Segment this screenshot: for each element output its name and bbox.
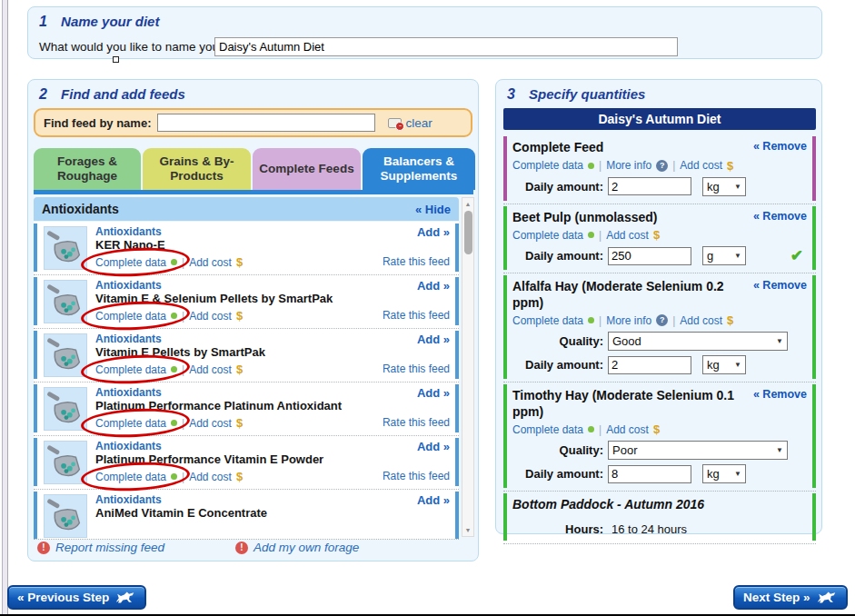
complete-data-link[interactable]: Complete data [95, 363, 166, 376]
clear-search-button[interactable]: clear [388, 116, 432, 130]
daily-amount-input[interactable] [608, 465, 691, 483]
group-title: Antioxidants [42, 202, 119, 216]
complete-data-link[interactable]: Complete data [95, 256, 166, 269]
remove-item-link[interactable]: « Remove [753, 388, 807, 401]
diet-item: Complete Feed « Remove Complete data | M… [503, 134, 816, 204]
daily-amount-input[interactable] [608, 247, 691, 265]
complete-data-link[interactable]: Complete data [512, 314, 583, 327]
rate-this-feed-link[interactable]: Rate this feed [383, 255, 450, 268]
feed-category-link[interactable]: Antioxidants [95, 493, 162, 506]
add-feed-link[interactable]: Add » [417, 333, 450, 346]
dollar-icon[interactable]: $ [236, 470, 243, 483]
diet-item-name: Bottom Paddock - Autumn 2016 [512, 497, 803, 513]
tab-grains-byproducts[interactable]: Grains & By-Products [143, 148, 251, 190]
complete-data-link[interactable]: Complete data [95, 417, 166, 430]
question-icon[interactable]: ? [656, 160, 668, 172]
link-divider: | [182, 471, 184, 483]
dollar-icon[interactable]: $ [236, 416, 243, 430]
data-status-dot-icon [171, 420, 177, 426]
tab-forages-roughage[interactable]: Forages & Roughage [34, 148, 141, 190]
data-status-dot-icon [588, 163, 594, 169]
rate-this-feed-link[interactable]: Rate this feed [383, 470, 450, 482]
complete-data-link[interactable]: Complete data [512, 423, 583, 436]
unit-value: kg [707, 358, 720, 372]
feed-thumbnail-scoop-icon [44, 280, 87, 323]
daily-amount-input[interactable] [608, 177, 691, 195]
scroll-up-icon[interactable]: ▲ [462, 199, 473, 209]
complete-data-link[interactable]: Complete data [512, 159, 583, 172]
remove-item-link[interactable]: « Remove [753, 210, 807, 223]
feed-name: AniMed Vitamin E Concentrate [95, 506, 401, 520]
feed-list-footer: ! Report missing feed ! Add my own forag… [28, 541, 478, 561]
complete-data-link[interactable]: Complete data [512, 229, 583, 242]
add-cost-link[interactable]: Add cost [189, 471, 232, 483]
add-feed-link[interactable]: Add » [417, 493, 450, 507]
add-cost-link[interactable]: Add cost [606, 229, 649, 242]
search-label: Find feed by name: [44, 116, 151, 130]
link-divider: | [599, 159, 601, 172]
rate-this-feed-link[interactable]: Rate this feed [383, 416, 450, 429]
feed-search-input[interactable] [157, 114, 375, 132]
feed-category-link[interactable]: Antioxidants [95, 225, 162, 238]
remove-item-link[interactable]: « Remove [753, 279, 807, 292]
step3-title: Specify quantities [529, 86, 645, 102]
diet-name-input[interactable] [214, 37, 678, 56]
next-step-button[interactable]: Next Step » [733, 585, 848, 610]
question-icon[interactable]: ? [656, 314, 668, 326]
dollar-icon[interactable]: $ [727, 159, 733, 173]
unit-select[interactable]: kg ▼ [702, 355, 746, 374]
add-cost-link[interactable]: Add cost [189, 256, 232, 269]
unit-select[interactable]: kg ▼ [702, 177, 746, 196]
tab-balancers-supplements[interactable]: Balancers & Supplements [363, 148, 475, 190]
hide-group-link[interactable]: « Hide [415, 203, 451, 216]
add-cost-link[interactable]: Add cost [189, 310, 232, 323]
scroll-down-icon[interactable]: ▼ [462, 525, 473, 535]
feed-category-link[interactable]: Antioxidants [95, 279, 162, 292]
dollar-icon[interactable]: $ [653, 228, 660, 242]
feed-list-scrollbar[interactable]: ▲ ▼ [462, 197, 474, 537]
feed-thumbnail-scoop-icon [44, 226, 87, 270]
add-my-own-forage-link[interactable]: ! Add my own forage [235, 541, 359, 554]
daily-amount-input[interactable] [608, 356, 691, 374]
feed-category-link[interactable]: Antioxidants [95, 386, 162, 399]
add-cost-link[interactable]: Add cost [680, 159, 722, 172]
rate-this-feed-link[interactable]: Rate this feed [383, 309, 450, 322]
dollar-icon[interactable]: $ [236, 255, 243, 269]
feed-category-link[interactable]: Antioxidants [95, 440, 162, 452]
quality-select[interactable]: Good ▼ [608, 332, 788, 351]
unit-select[interactable]: g ▼ [702, 246, 746, 265]
data-status-dot-icon [588, 426, 594, 432]
add-cost-link[interactable]: Add cost [606, 423, 649, 436]
add-cost-link[interactable]: Add cost [189, 363, 232, 376]
add-feed-link[interactable]: Add » [417, 386, 450, 400]
previous-step-button[interactable]: « Previous Step [7, 585, 146, 610]
dollar-icon[interactable]: $ [236, 363, 243, 376]
unit-value: kg [707, 180, 720, 194]
scrollbar-thumb[interactable] [464, 211, 472, 254]
dollar-icon[interactable]: $ [727, 313, 733, 327]
feed-category-tabs: Forages & Roughage Grains & By-Products … [34, 148, 475, 190]
add-feed-link[interactable]: Add » [417, 440, 450, 453]
data-status-dot-icon [171, 313, 177, 319]
add-cost-link[interactable]: Add cost [189, 417, 232, 430]
dollar-icon[interactable]: $ [236, 309, 243, 323]
dollar-icon[interactable]: $ [653, 422, 660, 436]
quality-select[interactable]: Poor ▼ [608, 441, 788, 460]
unit-select[interactable]: kg ▼ [702, 464, 746, 483]
more-info-link[interactable]: More info [606, 314, 651, 327]
quality-label: Quality: [512, 443, 603, 457]
tab-complete-feeds[interactable]: Complete Feeds [253, 148, 361, 190]
valid-check-icon: ✔ [790, 246, 803, 265]
remove-item-link[interactable]: « Remove [753, 140, 807, 153]
feed-category-link[interactable]: Antioxidants [95, 333, 162, 345]
more-info-link[interactable]: More info [606, 159, 651, 172]
complete-data-link[interactable]: Complete data [95, 471, 166, 483]
daily-amount-label: Daily amount: [512, 249, 603, 263]
rate-this-feed-link[interactable]: Rate this feed [383, 363, 450, 375]
add-feed-link[interactable]: Add » [417, 279, 450, 293]
complete-data-link[interactable]: Complete data [95, 310, 166, 323]
add-cost-link[interactable]: Add cost [680, 314, 722, 327]
add-feed-link[interactable]: Add » [417, 225, 450, 239]
link-divider: | [599, 423, 601, 436]
report-missing-feed-link[interactable]: ! Report missing feed [37, 541, 164, 554]
